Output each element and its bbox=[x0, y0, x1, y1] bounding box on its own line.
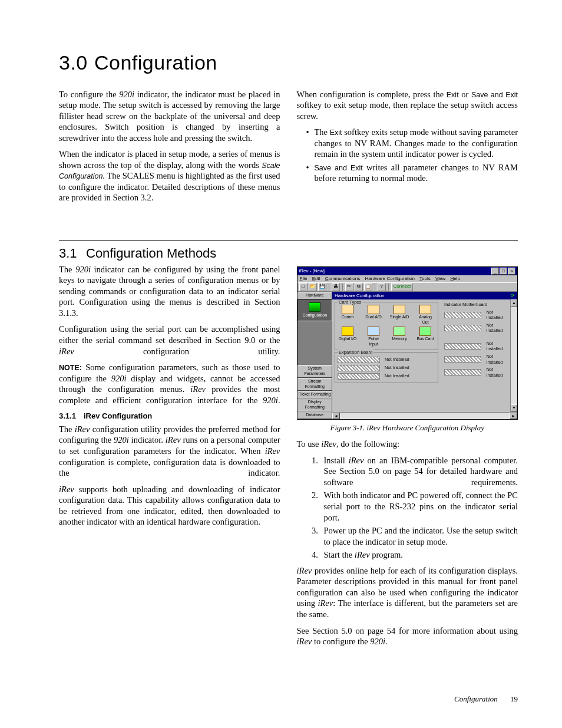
menu-view[interactable]: View bbox=[435, 276, 445, 281]
content-title: Hardware Configuration bbox=[335, 292, 385, 299]
figure-3-1: iRev - [New] _□× File Edit Communication… bbox=[297, 266, 518, 433]
sidebar-tab-hardware[interactable]: Hardware bbox=[297, 292, 333, 299]
close-icon[interactable]: × bbox=[508, 268, 515, 275]
sidebar-item[interactable]: Display Formatting bbox=[297, 398, 333, 411]
chapter-number: 3.0 bbox=[59, 50, 94, 76]
section-3-1-heading: 3.1Configuration Methods bbox=[59, 245, 518, 262]
usage-step-3: Power up the PC and the indicator. Use t… bbox=[320, 525, 518, 547]
sec311-p1: The iRev configuration utility provides … bbox=[59, 424, 280, 479]
slot[interactable] bbox=[338, 365, 380, 371]
slot[interactable] bbox=[338, 373, 380, 380]
section-columns: The 920i indicator can be configured by … bbox=[59, 264, 518, 694]
toolbar: □ 📂 💾 🖶 ✂ ⧉ 📋 ? Connect bbox=[297, 282, 518, 292]
intro-right-p1: When configuration is complete, press th… bbox=[297, 89, 518, 122]
card-icon[interactable]: Digital I/O bbox=[338, 327, 358, 347]
intro-bullet-1: The Exit softkey exits setup mode withou… bbox=[315, 127, 518, 160]
usage-last: See Section 5.0 on page 54 for more info… bbox=[297, 625, 518, 647]
sidebar-item[interactable]: Stream Formatting bbox=[297, 378, 333, 391]
section-number: 3.1 bbox=[59, 245, 86, 262]
irev-screenshot: iRev - [New] _□× File Edit Communication… bbox=[297, 266, 518, 420]
card-icon[interactable]: Analog Out bbox=[415, 305, 435, 325]
usage-lead: To use iRev, do the following: bbox=[297, 439, 518, 450]
slot[interactable] bbox=[444, 343, 481, 350]
usage-steps: Install iRev on an IBM-compatible person… bbox=[297, 455, 518, 561]
card-icon[interactable]: Comm bbox=[338, 305, 358, 325]
usage-step-1: Install iRev on an IBM-compatible person… bbox=[320, 455, 518, 488]
figure-caption: Figure 3-1. iRev Hardware Configuration … bbox=[297, 423, 518, 433]
slot[interactable] bbox=[444, 325, 481, 331]
new-icon[interactable]: □ bbox=[299, 283, 308, 291]
menu-tools[interactable]: Tools bbox=[419, 276, 431, 281]
paste-icon[interactable]: 📋 bbox=[364, 283, 372, 291]
maximize-icon[interactable]: □ bbox=[500, 268, 507, 275]
vertical-scrollbar[interactable]: ▲ ▼ bbox=[510, 299, 517, 412]
config-icon bbox=[309, 302, 320, 312]
sec311-p2: iRev supports both uploading and downloa… bbox=[59, 484, 280, 528]
sec31-note: NOTE: Some configuration parameters, suc… bbox=[59, 362, 280, 406]
motherboard-label: Indicator Motherboard bbox=[444, 302, 508, 308]
scroll-down-icon[interactable]: ▼ bbox=[511, 404, 517, 412]
card-icon[interactable]: Dual A/D bbox=[363, 305, 384, 325]
group-label: Card Types bbox=[338, 299, 362, 305]
card-icon[interactable]: Bus Card bbox=[415, 327, 435, 347]
sidebar-item[interactable]: System Parameters bbox=[297, 365, 333, 378]
slot[interactable] bbox=[338, 357, 380, 363]
group-label: Expansion Board bbox=[338, 350, 373, 355]
scroll-right-icon[interactable]: ► bbox=[510, 413, 517, 419]
content-titlebar: Hardware Configuration ⟳ bbox=[332, 292, 517, 299]
sec31-p1: The 920i indicator can be configured by … bbox=[59, 264, 280, 319]
window-titlebar: iRev - [New] _□× bbox=[297, 267, 518, 275]
copy-icon[interactable]: ⧉ bbox=[355, 283, 363, 291]
intro-p2: When the indicator is placed in setup mo… bbox=[59, 149, 280, 203]
window-buttons: _□× bbox=[491, 267, 515, 275]
chapter-heading: 3.0Configuration bbox=[59, 50, 518, 76]
connect-icon[interactable]: Connect bbox=[391, 283, 414, 291]
card-icon[interactable]: Pulse Input bbox=[363, 327, 384, 347]
card-icon[interactable]: Single A/D bbox=[389, 305, 409, 325]
horizontal-scrollbar[interactable]: ◄ ► bbox=[332, 412, 517, 419]
intro-bullet-2: Save and Exit writes all parameter chang… bbox=[315, 162, 518, 184]
usage-after: iRev provides online help for each of it… bbox=[297, 565, 518, 620]
section-rule bbox=[59, 240, 518, 241]
refresh-icon[interactable]: ⟳ bbox=[511, 292, 515, 299]
menubar[interactable]: File Edit Communications Hardware Config… bbox=[297, 275, 518, 282]
section-title: Configuration Methods bbox=[86, 246, 216, 261]
page-footer: Configuration 19 bbox=[454, 694, 518, 704]
sec31-p2: Configuration using the serial port can … bbox=[59, 324, 280, 357]
menu-hwconf[interactable]: Hardware Configuration bbox=[365, 276, 415, 281]
save-icon[interactable]: 💾 bbox=[318, 283, 326, 291]
page-number: 19 bbox=[510, 694, 518, 703]
card-icon[interactable]: Memory bbox=[389, 327, 409, 347]
open-icon[interactable]: 📂 bbox=[309, 283, 317, 291]
print-icon[interactable]: 🖶 bbox=[332, 283, 340, 291]
menu-help[interactable]: Help bbox=[450, 276, 459, 281]
footer-label: Configuration bbox=[454, 694, 498, 703]
slot[interactable] bbox=[444, 369, 481, 375]
intro-bullets: The Exit softkey exits setup mode withou… bbox=[297, 127, 518, 184]
cut-icon[interactable]: ✂ bbox=[345, 283, 353, 291]
usage-step-2: With both indicator and PC powered off, … bbox=[320, 490, 518, 523]
slot[interactable] bbox=[444, 356, 481, 363]
scroll-up-icon[interactable]: ▲ bbox=[511, 299, 517, 307]
minimize-icon[interactable]: _ bbox=[491, 268, 499, 275]
card-types-group: Card Types Comm Dual A/D Single A/D Anal… bbox=[335, 302, 438, 350]
subsection-number: 3.1.1 bbox=[59, 411, 84, 421]
sidebar-item-configuration[interactable]: Configuration bbox=[297, 299, 333, 321]
menu-comm[interactable]: Communications bbox=[325, 276, 361, 281]
sidebar-item[interactable]: Ticket Formatting bbox=[297, 391, 333, 398]
window-title: iRev - [New] bbox=[299, 267, 325, 275]
subsection-title: iRev Configuration bbox=[84, 411, 152, 420]
sidebar-item[interactable]: Database bbox=[297, 411, 333, 419]
intro-columns: To configure the 920i indicator, the ind… bbox=[59, 89, 518, 236]
menu-edit[interactable]: Edit bbox=[312, 276, 320, 281]
intro-p1: To configure the 920i indicator, the ind… bbox=[59, 89, 280, 144]
help-icon[interactable]: ? bbox=[378, 283, 386, 291]
chapter-title: Configuration bbox=[94, 51, 217, 74]
slot[interactable] bbox=[444, 312, 481, 318]
usage-step-4: Start the iRev program. bbox=[320, 549, 518, 561]
menu-file[interactable]: File bbox=[300, 276, 308, 281]
expansion-board-group: Expansion Board Not Installed Not Instal… bbox=[335, 352, 438, 383]
sidebar: Hardware Configuration System Parameters… bbox=[297, 292, 333, 419]
content-area: Hardware Configuration ⟳ Card Types Com bbox=[332, 292, 517, 419]
scroll-left-icon[interactable]: ◄ bbox=[332, 413, 340, 419]
